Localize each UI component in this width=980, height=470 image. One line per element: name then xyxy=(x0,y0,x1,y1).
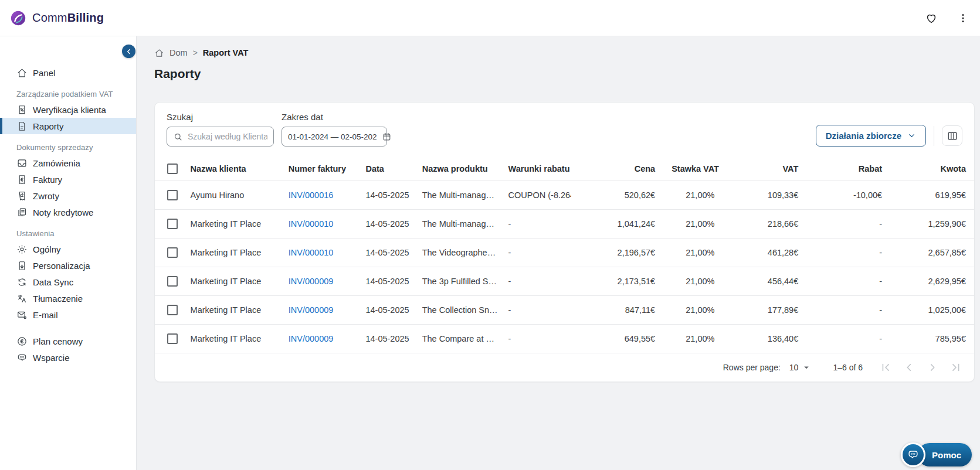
amount-cell: 785,95€ xyxy=(890,324,974,353)
invoice-link[interactable]: INV/000009 xyxy=(289,334,334,343)
table-row: Marketing IT Place INV/000009 14-05-2025… xyxy=(155,295,974,324)
price-cell: 520,62€ xyxy=(571,180,663,209)
sidebar-item-label: Personalizacja xyxy=(33,261,90,271)
search-input[interactable] xyxy=(188,132,267,141)
previous-page-button[interactable] xyxy=(903,361,915,374)
client-cell: Marketing IT Place xyxy=(182,238,280,267)
last-page-button[interactable] xyxy=(950,361,962,374)
sidebar-collapse-button[interactable] xyxy=(122,45,135,58)
sidebar-item-zwroty[interactable]: Zwroty xyxy=(0,188,136,204)
sidebar-nav: Panel Zarządzanie podatkiem VAT Weryfika… xyxy=(0,36,136,366)
sidebar-section-sales-documents: Dokumenty sprzedaży xyxy=(0,143,136,152)
invoice-link[interactable]: INV/000016 xyxy=(289,190,334,200)
row-checkbox[interactable] xyxy=(167,219,178,229)
chevron-left-icon xyxy=(903,361,915,374)
rows-per-page-select[interactable]: 10 xyxy=(789,362,812,373)
date-cell: 14-05-2025 xyxy=(357,209,413,238)
sidebar-item-label: Ogólny xyxy=(33,244,61,254)
calendar-icon xyxy=(382,132,392,142)
row-checkbox[interactable] xyxy=(167,247,178,258)
date-cell: 14-05-2025 xyxy=(357,238,413,267)
row-checkbox[interactable] xyxy=(167,333,178,344)
columns-button[interactable] xyxy=(942,125,962,146)
price-cell: 1,041,24€ xyxy=(571,209,663,238)
column-header-price: Cena xyxy=(571,157,663,180)
vat-cell: 218,66€ xyxy=(723,209,806,238)
sidebar-item-raporty[interactable]: Raporty xyxy=(0,118,136,134)
column-header-discount-terms: Warunki rabatu xyxy=(500,157,572,180)
inbox-icon xyxy=(16,158,28,169)
sidebar-item-noty-kredytowe[interactable]: Noty kredytowe xyxy=(0,204,136,220)
breadcrumb: Dom > Raport VAT xyxy=(154,47,980,59)
sidebar-item-wsparcie[interactable]: Wsparcie xyxy=(0,349,136,366)
product-cell: The Compare at … xyxy=(414,324,500,353)
heart-icon xyxy=(925,12,938,25)
invoice-link[interactable]: INV/000010 xyxy=(289,248,334,257)
filter-bar: Szukaj Zakres dat 01-01-2024 — 02-05-202 xyxy=(155,103,974,154)
sidebar-item-panel[interactable]: Panel xyxy=(0,64,136,81)
sidebar-item-tlumaczenie[interactable]: Tłumaczenie xyxy=(0,290,136,306)
more-options-button[interactable] xyxy=(953,8,973,28)
credit-note-icon xyxy=(16,207,28,218)
sync-icon xyxy=(16,277,28,288)
invoice-link[interactable]: INV/000009 xyxy=(289,305,334,315)
row-checkbox[interactable] xyxy=(167,190,178,200)
kebab-menu-icon xyxy=(957,12,969,24)
sidebar-item-label: Data Sync xyxy=(33,277,73,287)
next-page-button[interactable] xyxy=(926,361,939,374)
vat-cell: 456,44€ xyxy=(723,267,806,295)
caret-down-icon xyxy=(801,362,812,373)
sidebar-item-label: Raporty xyxy=(33,121,64,131)
app-logo[interactable]: CommBilling xyxy=(9,9,104,27)
breadcrumb-home-link[interactable]: Dom xyxy=(169,48,188,57)
vertical-divider xyxy=(934,126,934,146)
date-range-input[interactable]: 01-01-2024 — 02-05-202 xyxy=(282,127,387,147)
amount-cell: 2,629,95€ xyxy=(890,267,974,295)
pagination-range: 1–6 of 6 xyxy=(833,363,863,372)
product-cell: The Multi-manag… xyxy=(414,209,500,238)
sidebar-item-plan-cenowy[interactable]: Plan cenowy xyxy=(0,333,136,349)
sidebar-item-zamowienia[interactable]: Zamówienia xyxy=(0,155,136,171)
row-checkbox[interactable] xyxy=(167,276,178,287)
select-all-checkbox[interactable] xyxy=(167,164,178,174)
table-row: Marketing IT Place INV/000010 14-05-2025… xyxy=(155,238,974,267)
first-page-button[interactable] xyxy=(879,361,892,374)
discount-cell: - xyxy=(806,238,890,267)
vat-rate-cell: 21,00% xyxy=(663,209,723,238)
favorites-button[interactable] xyxy=(921,8,941,28)
help-button[interactable]: Pomoc xyxy=(901,442,972,467)
receipt-percent-icon xyxy=(16,104,28,115)
sidebar-item-data-sync[interactable]: Data Sync xyxy=(0,274,136,290)
pagination-bar: Rows per page: 10 1–6 of 6 xyxy=(155,353,974,382)
vat-report-table: Nazwa klienta Numer faktury Data Nazwa p… xyxy=(155,157,974,353)
sidebar-item-ogolny[interactable]: Ogólny xyxy=(0,241,136,257)
discount-cell: - xyxy=(806,324,890,353)
sidebar-item-label: Wsparcie xyxy=(33,353,70,363)
chevron-down-icon xyxy=(907,131,916,140)
sidebar-item-email[interactable]: E-mail xyxy=(0,306,136,323)
gear-icon xyxy=(16,244,28,255)
discount-terms-cell: - xyxy=(500,295,572,324)
invoice-link[interactable]: INV/000009 xyxy=(289,277,334,286)
column-header-invoice: Numer faktury xyxy=(280,157,358,180)
bulk-actions-button[interactable]: Działania zbiorcze xyxy=(816,125,926,147)
help-label: Pomoc xyxy=(918,443,972,466)
translate-icon xyxy=(16,293,28,304)
search-icon xyxy=(173,132,183,142)
return-receipt-icon xyxy=(16,190,28,202)
main-content: Dom > Raport VAT Raporty Szukaj Za xyxy=(137,36,980,470)
sidebar-item-personalizacja[interactable]: Personalizacja xyxy=(0,257,136,274)
home-icon[interactable] xyxy=(154,48,164,58)
row-checkbox[interactable] xyxy=(167,305,178,315)
pager-controls xyxy=(879,361,962,374)
column-header-date: Data xyxy=(357,157,413,180)
sidebar-item-label: E-mail xyxy=(33,310,58,320)
invoice-link[interactable]: INV/000010 xyxy=(289,219,334,229)
sidebar-item-weryfikacja-klienta[interactable]: Weryfikacja klienta xyxy=(0,101,136,118)
sidebar-item-faktury[interactable]: Faktury xyxy=(0,171,136,188)
vat-rate-cell: 21,00% xyxy=(663,295,723,324)
chevron-right-icon xyxy=(926,361,939,374)
product-cell: The Videographe… xyxy=(414,238,500,267)
rows-per-page-label: Rows per page: xyxy=(723,363,781,372)
column-header-client: Nazwa klienta xyxy=(182,157,280,180)
